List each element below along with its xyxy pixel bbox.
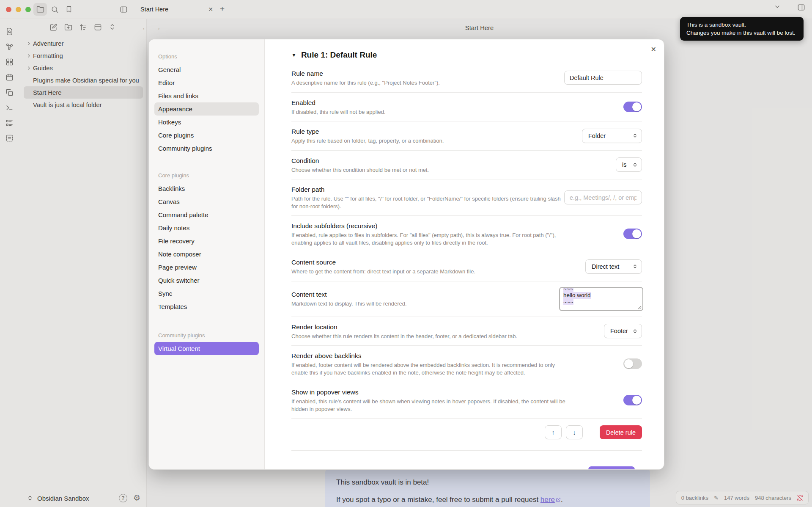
settings-modal: ✕ Options General Editor Files and links… (148, 39, 664, 470)
nav-section-options: Options (154, 53, 259, 61)
setting-content-source: Content source Where to get the content … (291, 252, 642, 281)
setting-desc: If enabled, footer content will be rende… (291, 361, 571, 376)
select-value: is (622, 161, 626, 168)
setting-enabled: Enabled If disabled, this rule will not … (291, 93, 642, 122)
settings-nav: Options General Editor Files and links A… (149, 39, 265, 469)
rule-heading[interactable]: ▼ Rule 1: Default Rule (291, 50, 642, 60)
setting-include-subfolders: Include subfolders (recursive) If enable… (291, 216, 642, 252)
chevrons-up-down-icon (633, 162, 637, 168)
setting-name: Rule name (291, 69, 564, 78)
setting-render-location: Render location Choose whether this rule… (291, 317, 642, 346)
rule-actions-row: ↑ ↓ Delete rule (291, 419, 642, 451)
setting-desc: If enabled, this rule's content will be … (291, 398, 571, 413)
add-rule-button-peek[interactable] (588, 466, 635, 469)
content-source-select[interactable]: Direct text (585, 259, 642, 274)
condition-select[interactable]: is (616, 157, 642, 172)
nav-item-editor[interactable]: Editor (154, 76, 259, 89)
setting-desc: Path for the rule. Use "" for all files,… (291, 195, 564, 210)
setting-name: Show in popover views (291, 388, 571, 397)
setting-desc: If enabled, rule applies to files in sub… (291, 231, 571, 246)
setting-render-above-backlinks: Render above backlinks If enabled, foote… (291, 346, 642, 382)
setting-name: Include subfolders (recursive) (291, 221, 571, 230)
textarea-line: ~~~ (563, 299, 573, 306)
nav-item-note-composer[interactable]: Note composer (154, 248, 259, 261)
settings-content: ▼ Rule 1: Default Rule Rule name A descr… (265, 39, 664, 469)
nav-item-quick-switcher[interactable]: Quick switcher (154, 274, 259, 287)
nav-section-core-plugins: Core plugins (154, 172, 259, 179)
nav-item-sync[interactable]: Sync (154, 287, 259, 300)
tooltip-line-1: This is a sandbox vault. (686, 21, 797, 29)
nav-section-community-plugins: Community plugins (154, 332, 259, 339)
nav-item-page-preview[interactable]: Page preview (154, 261, 259, 274)
rule-type-select[interactable]: Folder (582, 129, 642, 143)
nav-item-core-plugins[interactable]: Core plugins (154, 129, 259, 142)
nav-item-general[interactable]: General (154, 63, 259, 76)
nav-item-hotkeys[interactable]: Hotkeys (154, 116, 259, 129)
setting-desc: Where to get the content from: direct te… (291, 268, 571, 276)
move-rule-up-button[interactable]: ↑ (545, 425, 562, 439)
select-value: Direct text (592, 263, 619, 270)
setting-name: Condition (291, 156, 571, 165)
sandbox-tooltip: This is a sandbox vault. Changes you mak… (680, 17, 804, 41)
rule-name-input[interactable] (564, 71, 642, 85)
setting-name: Content text (291, 290, 559, 299)
move-rule-down-button[interactable]: ↓ (566, 425, 583, 439)
setting-desc: Choose whether this rule renders its con… (291, 333, 571, 340)
nav-item-templates[interactable]: Templates (154, 300, 259, 313)
chevrons-up-down-icon (633, 264, 637, 269)
setting-desc: A descriptive name for this rule (e.g., … (291, 79, 564, 87)
setting-folder-path: Folder path Path for the rule. Use "" fo… (291, 179, 642, 216)
nav-item-community-plugins[interactable]: Community plugins (154, 142, 259, 155)
rule-heading-text: Rule 1: Default Rule (301, 50, 377, 60)
nav-item-appearance[interactable]: Appearance (154, 102, 259, 116)
resize-grip-icon[interactable] (638, 306, 642, 309)
render-location-select[interactable]: Footer (604, 324, 642, 338)
nav-item-backlinks[interactable]: Backlinks (154, 182, 259, 195)
chevrons-up-down-icon (633, 133, 637, 138)
setting-name: Enabled (291, 98, 571, 107)
textarea-line: ~~~ (563, 287, 573, 292)
setting-condition: Condition Choose whether this condition … (291, 151, 642, 180)
enabled-toggle[interactable] (623, 102, 642, 112)
setting-rule-type: Rule type Apply this rule based on folde… (291, 121, 642, 151)
setting-name: Folder path (291, 185, 564, 194)
collapse-triangle-icon[interactable]: ▼ (291, 52, 296, 58)
textarea-line: hello world (563, 292, 591, 299)
setting-show-in-popover: Show in popover views If enabled, this r… (291, 382, 642, 419)
nav-item-file-recovery[interactable]: File recovery (154, 234, 259, 248)
select-value: Folder (588, 132, 606, 139)
delete-rule-button[interactable]: Delete rule (600, 425, 642, 439)
setting-desc: Markdown text to display. This will be r… (291, 300, 559, 308)
setting-desc: Apply this rule based on folder, tag, pr… (291, 137, 571, 145)
show-in-popover-toggle[interactable] (623, 395, 642, 405)
modal-close-icon[interactable]: ✕ (651, 45, 656, 53)
setting-desc: Choose whether this condition should be … (291, 166, 571, 174)
select-value: Footer (610, 328, 628, 334)
nav-item-command-palette[interactable]: Command palette (154, 208, 259, 221)
content-text-textarea[interactable]: ~~~ hello world ~~~ (559, 287, 643, 311)
chevrons-up-down-icon (633, 328, 637, 334)
nav-item-virtual-content[interactable]: Virtual Content (154, 342, 259, 355)
tooltip-line-2: Changes you make in this vault will be l… (686, 29, 797, 37)
setting-name: Content source (291, 258, 571, 267)
folder-path-input[interactable] (564, 190, 642, 204)
nav-item-files-links[interactable]: Files and links (154, 89, 259, 102)
include-subfolders-toggle[interactable] (623, 229, 642, 239)
setting-name: Rule type (291, 127, 571, 136)
nav-item-daily-notes[interactable]: Daily notes (154, 221, 259, 234)
setting-name: Render location (291, 322, 571, 331)
setting-rule-name: Rule name A descriptive name for this ru… (291, 63, 642, 93)
nav-item-canvas[interactable]: Canvas (154, 195, 259, 208)
setting-content-text: Content text Markdown text to display. T… (291, 281, 642, 317)
setting-desc: If disabled, this rule will not be appli… (291, 108, 571, 116)
render-above-backlinks-toggle[interactable] (623, 358, 642, 369)
setting-name: Render above backlinks (291, 351, 571, 360)
